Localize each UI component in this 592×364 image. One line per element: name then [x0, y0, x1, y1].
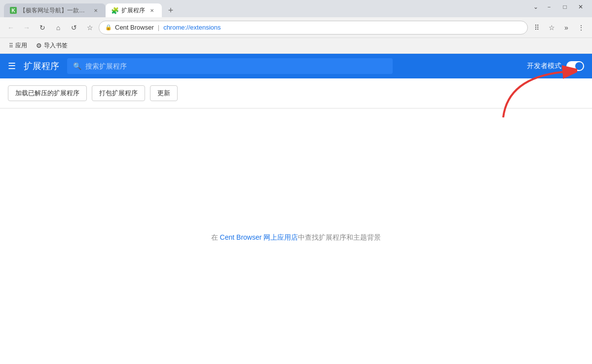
- load-unpacked-button[interactable]: 加载已解压的扩展程序: [8, 85, 87, 101]
- import-bookmarks[interactable]: ⚙ 导入书签: [33, 40, 71, 51]
- menu-hamburger-icon[interactable]: ☰: [8, 61, 16, 72]
- extensions-toolbar: 加载已解压的扩展程序 打包扩展程序 更新: [0, 78, 592, 109]
- menu-icon[interactable]: ⋮: [574, 21, 588, 35]
- webstore-link[interactable]: Cent Browser 网上应用店: [220, 233, 298, 241]
- empty-text-suffix: 中查找扩展程序和主题背景: [298, 233, 381, 241]
- address-bar[interactable]: 🔒 Cent Browser | chrome://extensions: [99, 21, 528, 35]
- extensions-title: 扩展程序: [24, 60, 59, 72]
- tab-2-favicon: 🧩: [111, 7, 118, 14]
- dev-mode-area: 开发者模式: [527, 61, 584, 71]
- address-separator: |: [158, 24, 159, 31]
- forward-button[interactable]: →: [20, 21, 34, 35]
- pack-extension-button[interactable]: 打包扩展程序: [92, 85, 145, 101]
- nav-bar: ← → ↻ ⌂ ↺ ☆ 🔒 Cent Browser | chrome://ex…: [0, 17, 592, 38]
- title-bar-controls: ⌄ － □ ✕: [531, 2, 588, 12]
- gear-icon: ⚙: [36, 42, 42, 49]
- apps-bookmark[interactable]: ⠿ 应用: [6, 40, 30, 51]
- home-button[interactable]: ⌂: [51, 21, 65, 35]
- chevron-icon[interactable]: »: [559, 21, 573, 35]
- extensions-header: ☰ 扩展程序 🔍 开发者模式: [0, 54, 592, 78]
- lock-icon: 🔒: [105, 24, 112, 31]
- apps-grid-icon: ⠿: [9, 42, 13, 49]
- empty-text-prefix: 在: [211, 233, 220, 241]
- star-button[interactable]: ☆: [83, 21, 97, 35]
- search-box[interactable]: 🔍: [67, 58, 393, 74]
- undo-button[interactable]: ↺: [67, 21, 81, 35]
- tab-1[interactable]: K 【极客网址导航】一款简单纯净 ✕: [4, 3, 106, 17]
- search-input[interactable]: [85, 62, 387, 70]
- update-button[interactable]: 更新: [150, 85, 178, 101]
- nav-right-icons: ⠿ ☆ » ⋮: [530, 21, 588, 35]
- back-button[interactable]: ←: [4, 21, 18, 35]
- empty-state-text: 在 Cent Browser 网上应用店中查找扩展程序和主题背景: [211, 233, 381, 242]
- tab-strip: K 【极客网址导航】一款简单纯净 ✕ 🧩 扩展程序 ✕ +: [4, 3, 588, 17]
- extensions-content: 在 Cent Browser 网上应用店中查找扩展程序和主题背景: [0, 109, 592, 364]
- title-bar: K 【极客网址导航】一款简单纯净 ✕ 🧩 扩展程序 ✕ + ⌄ － □ ✕: [0, 0, 592, 17]
- tab-dropdown-button[interactable]: ⌄: [531, 2, 541, 12]
- search-icon: 🔍: [73, 62, 81, 70]
- reload-button[interactable]: ↻: [36, 21, 49, 35]
- bookmark-star-icon[interactable]: ☆: [545, 21, 558, 35]
- tab-2-close[interactable]: ✕: [148, 6, 156, 14]
- maximize-button[interactable]: □: [557, 2, 572, 12]
- bookmarks-bar: ⠿ 应用 ⚙ 导入书签: [0, 38, 592, 54]
- site-name: Cent Browser: [115, 24, 154, 31]
- new-tab-button[interactable]: +: [164, 3, 178, 17]
- tab-1-favicon: K: [10, 7, 17, 14]
- url-path: chrome://extensions: [163, 24, 221, 31]
- close-button[interactable]: ✕: [573, 2, 588, 12]
- apps-label: 应用: [15, 41, 27, 50]
- tab-2-label: 扩展程序: [121, 6, 145, 15]
- dev-mode-toggle[interactable]: [566, 61, 584, 71]
- dev-mode-label: 开发者模式: [527, 62, 561, 71]
- tab-1-label: 【极客网址导航】一款简单纯净: [20, 6, 89, 15]
- tab-1-close[interactable]: ✕: [92, 6, 100, 14]
- minimize-button[interactable]: －: [542, 2, 556, 12]
- import-label: 导入书签: [44, 41, 68, 50]
- extensions-icon[interactable]: ⠿: [530, 21, 544, 35]
- tab-2[interactable]: 🧩 扩展程序 ✕: [106, 3, 162, 17]
